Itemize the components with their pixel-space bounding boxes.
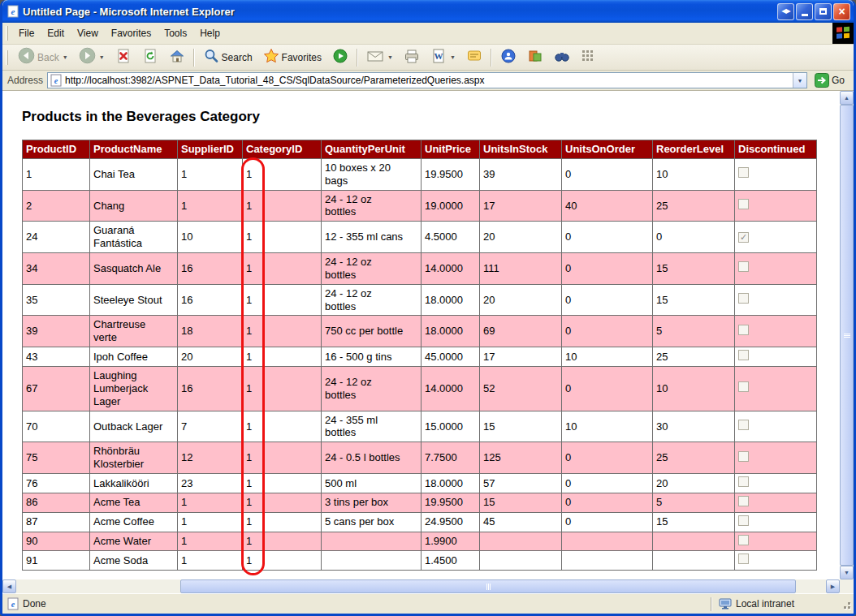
- horizontal-scrollbar[interactable]: ◀ ▶: [2, 579, 840, 593]
- column-header-supplierid: SupplierID: [178, 140, 243, 159]
- edit-with-word-button[interactable]: W ▼: [426, 45, 460, 71]
- mail-icon: [366, 48, 384, 67]
- print-button[interactable]: [399, 45, 425, 71]
- restore-arrows-button[interactable]: ◀▶: [777, 3, 794, 20]
- table-cell: 40: [562, 190, 653, 222]
- table-cell: 24 - 12 oz bottles: [322, 284, 422, 316]
- research-button[interactable]: [522, 45, 548, 71]
- table-cell: 45: [480, 512, 562, 532]
- table-cell: 1: [243, 411, 322, 442]
- horizontal-scroll-thumb[interactable]: [180, 579, 796, 593]
- mail-button[interactable]: ▼: [361, 45, 398, 71]
- table-row: 43Ipoh Coffee20116 - 500 g tins45.000017…: [23, 347, 817, 367]
- toolbar-separator: [193, 49, 195, 67]
- table-cell: 14.0000: [422, 367, 480, 411]
- close-button[interactable]: ×: [833, 3, 850, 20]
- table-cell: 91: [23, 551, 90, 571]
- vertical-scrollbar[interactable]: ▲ ▼: [840, 91, 854, 579]
- table-row: 87Acme Coffee115 cans per box24.95004501…: [23, 512, 817, 532]
- menu-help[interactable]: Help: [193, 24, 227, 42]
- menu-favorites[interactable]: Favorites: [105, 24, 158, 42]
- refresh-icon: [142, 48, 158, 67]
- discontinued-checkbox: [738, 496, 749, 506]
- go-button[interactable]: Go: [811, 71, 850, 89]
- table-cell: [562, 532, 653, 551]
- status-text: Done: [23, 598, 46, 610]
- table-cell: 25: [653, 347, 735, 367]
- page-icon: e: [50, 74, 62, 87]
- table-cell: 7.7500: [422, 442, 480, 474]
- forward-dropdown-icon[interactable]: ▼: [99, 54, 105, 60]
- menu-view[interactable]: View: [71, 24, 105, 42]
- address-input[interactable]: [63, 75, 793, 86]
- messenger-button[interactable]: [495, 45, 521, 71]
- toolbar-grip[interactable]: [6, 26, 8, 41]
- refresh-button[interactable]: [137, 45, 163, 71]
- table-cell: [653, 532, 735, 551]
- mail-dropdown-icon[interactable]: ▼: [387, 54, 393, 60]
- favorites-button[interactable]: Favorites: [258, 45, 326, 71]
- binoculars-button[interactable]: [549, 45, 575, 71]
- forward-button[interactable]: ▼: [74, 44, 110, 71]
- table-cell: 1: [243, 253, 322, 285]
- discuss-button[interactable]: [461, 45, 487, 71]
- scroll-down-button[interactable]: ▼: [840, 566, 854, 579]
- stop-button[interactable]: [110, 45, 136, 71]
- table-cell: 39: [23, 316, 90, 347]
- discontinued-checkbox: [738, 420, 749, 430]
- vertical-scroll-thumb[interactable]: [840, 105, 854, 566]
- table-cell: 16: [178, 367, 243, 411]
- table-cell: 15: [653, 512, 735, 532]
- column-header-productid: ProductID: [23, 140, 90, 159]
- table-cell: Outback Lager: [90, 411, 178, 442]
- toolbar-grip[interactable]: [6, 50, 8, 65]
- maximize-button[interactable]: [815, 3, 832, 20]
- menu-tools[interactable]: Tools: [158, 24, 193, 42]
- table-cell: 45.0000: [422, 347, 480, 367]
- table-header-row: ProductIDProductNameSupplierIDCategoryID…: [23, 140, 817, 159]
- table-cell: 15: [480, 493, 562, 512]
- back-button[interactable]: Back ▼: [13, 44, 73, 71]
- table-cell: 1: [23, 158, 90, 190]
- table-cell: 34: [23, 253, 90, 285]
- table-cell: 1: [178, 493, 243, 512]
- horizontal-scroll-track[interactable]: [16, 579, 826, 593]
- table-cell: Chai Tea: [90, 158, 178, 190]
- edit-dropdown-icon[interactable]: ▼: [450, 54, 456, 60]
- back-dropdown-icon[interactable]: ▼: [63, 54, 68, 60]
- table-cell: 10: [562, 347, 653, 367]
- table-cell: 10 boxes x 20 bags: [322, 158, 422, 190]
- table-cell: 39: [480, 158, 562, 190]
- address-dropdown-button[interactable]: ▼: [793, 73, 806, 88]
- table-cell: 16: [178, 253, 243, 285]
- grid-button[interactable]: [576, 45, 600, 70]
- search-button[interactable]: Search: [198, 45, 257, 71]
- media-button[interactable]: [327, 45, 353, 71]
- scroll-left-button[interactable]: ◀: [2, 579, 16, 593]
- table-cell: 19.0000: [422, 190, 480, 222]
- scroll-up-button[interactable]: ▲: [840, 91, 854, 105]
- table-cell: 30: [653, 411, 735, 442]
- table-cell: 10: [178, 222, 243, 253]
- windows-logo-icon: [832, 23, 854, 44]
- home-button[interactable]: [164, 45, 190, 71]
- table-cell: 25: [653, 190, 735, 222]
- minimize-button[interactable]: [796, 3, 813, 20]
- resize-grip[interactable]: [841, 597, 852, 610]
- title-bar[interactable]: e Untitled Page - Microsoft Internet Exp…: [2, 0, 854, 23]
- menu-edit[interactable]: Edit: [41, 24, 71, 42]
- table-cell-discontinued: [735, 158, 817, 190]
- discontinued-checkbox: [738, 476, 749, 487]
- column-header-unitsinstock: UnitsInStock: [480, 140, 562, 159]
- discuss-icon: [466, 48, 482, 67]
- binoculars-icon: [554, 48, 570, 67]
- gridview-wrapper: ProductIDProductNameSupplierIDCategoryID…: [22, 140, 817, 571]
- research-icon: [527, 48, 543, 67]
- table-cell: 0: [562, 316, 653, 347]
- table-cell: 52: [480, 367, 562, 411]
- menu-file[interactable]: File: [12, 24, 41, 42]
- status-page-icon: e: [7, 597, 19, 610]
- vertical-scroll-track[interactable]: [840, 105, 854, 566]
- discontinued-checkbox: [738, 515, 749, 526]
- scroll-right-button[interactable]: ▶: [826, 579, 840, 593]
